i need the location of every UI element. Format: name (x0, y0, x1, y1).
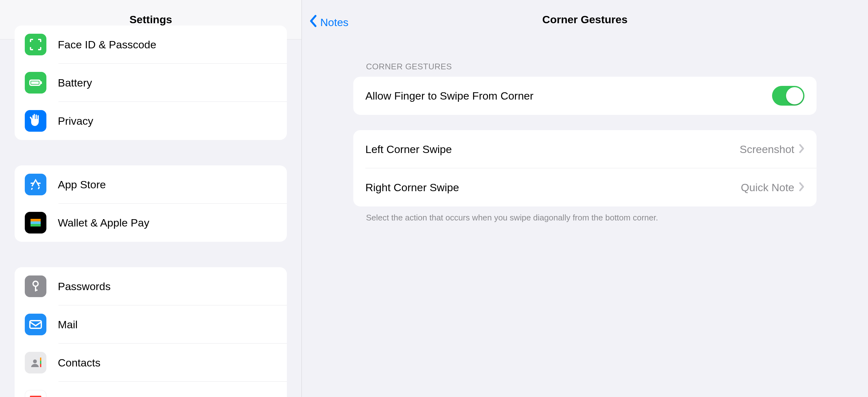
right-corner-swipe-cell[interactable]: Right Corner Swipe Quick Note (353, 168, 816, 206)
allow-finger-swipe-toggle[interactable] (772, 86, 804, 106)
sidebar-item-label: Privacy (58, 115, 93, 127)
detail-header: Notes Corner Gestures (302, 0, 868, 39)
sidebar-item-battery[interactable]: Battery (14, 64, 287, 102)
svg-rect-9 (35, 289, 37, 291)
sidebar-item-label: Battery (58, 77, 92, 89)
detail-title: Corner Gestures (542, 13, 627, 26)
back-label: Notes (320, 16, 348, 29)
sidebar-item-label: Contacts (58, 357, 100, 369)
sidebar-group: Passwords Mail Contacts (14, 267, 287, 397)
allow-finger-swipe-cell: Allow Finger to Swipe From Corner (353, 77, 816, 115)
sidebar-item-label: Mail (58, 318, 78, 331)
sidebar-title: Settings (129, 13, 172, 26)
detail-body: CORNER GESTURES Allow Finger to Swipe Fr… (302, 62, 868, 223)
cell-value: Quick Note (741, 181, 794, 194)
sidebar-scroll[interactable]: Face ID & Passcode Battery Privacy (0, 25, 302, 397)
cell-value: Screenshot (740, 143, 794, 155)
battery-icon (25, 72, 46, 93)
svg-rect-15 (30, 396, 41, 397)
sidebar-item-mail[interactable]: Mail (14, 305, 287, 344)
contacts-icon (25, 352, 46, 373)
sidebar-item-label: Wallet & Apple Pay (58, 217, 149, 229)
chevron-right-icon (799, 144, 804, 154)
svg-rect-5 (31, 221, 41, 224)
cell-label: Left Corner Swipe (365, 143, 452, 155)
sidebar-item-label: Calendar (58, 395, 102, 397)
svg-point-7 (33, 281, 38, 286)
back-button[interactable]: Notes (309, 15, 348, 30)
chevron-left-icon (309, 15, 317, 30)
section-header: CORNER GESTURES (366, 62, 816, 72)
sidebar-item-wallet[interactable]: Wallet & Apple Pay (14, 204, 287, 242)
sidebar-item-calendar[interactable]: Calendar (14, 382, 287, 397)
cell-label: Allow Finger to Swipe From Corner (365, 90, 533, 102)
sidebar-item-label: Passwords (58, 280, 111, 293)
sidebar-item-contacts[interactable]: Contacts (14, 344, 287, 382)
cell-label: Right Corner Swipe (365, 181, 459, 194)
sidebar-group: Face ID & Passcode Battery Privacy (14, 25, 287, 140)
svg-rect-13 (40, 361, 41, 364)
hand-icon (25, 110, 46, 132)
svg-rect-14 (40, 364, 41, 367)
svg-rect-10 (30, 321, 41, 328)
toggle-group: Allow Finger to Swipe From Corner (353, 77, 816, 115)
chevron-right-icon (799, 182, 804, 193)
svg-rect-1 (31, 81, 39, 84)
svg-rect-6 (31, 224, 41, 226)
left-corner-swipe-cell[interactable]: Left Corner Swipe Screenshot (353, 130, 816, 168)
switch-knob (786, 87, 803, 104)
svg-point-11 (33, 360, 37, 363)
sidebar-item-label: App Store (58, 178, 106, 191)
wallet-icon (25, 212, 46, 233)
sidebar-item-appstore[interactable]: App Store (14, 165, 287, 204)
swipe-actions-group: Left Corner Swipe Screenshot Right Corne… (353, 130, 816, 206)
calendar-icon (25, 390, 46, 397)
sidebar-group: App Store Wallet & Apple Pay (14, 165, 287, 242)
faceid-icon (25, 34, 46, 55)
svg-rect-12 (40, 358, 41, 361)
key-icon (25, 276, 46, 297)
sidebar-item-passwords[interactable]: Passwords (14, 267, 287, 305)
svg-rect-4 (31, 219, 41, 221)
sidebar-item-privacy[interactable]: Privacy (14, 102, 287, 140)
detail-pane: Notes Corner Gestures CORNER GESTURES Al… (302, 0, 868, 397)
settings-sidebar: Settings Face ID & Passcode Battery (0, 0, 302, 397)
mail-icon (25, 314, 46, 335)
appstore-icon (25, 174, 46, 195)
sidebar-item-label: Face ID & Passcode (58, 38, 156, 51)
svg-rect-2 (41, 81, 42, 84)
section-footer: Select the action that occurs when you s… (366, 213, 816, 223)
sidebar-item-faceid[interactable]: Face ID & Passcode (14, 25, 287, 64)
